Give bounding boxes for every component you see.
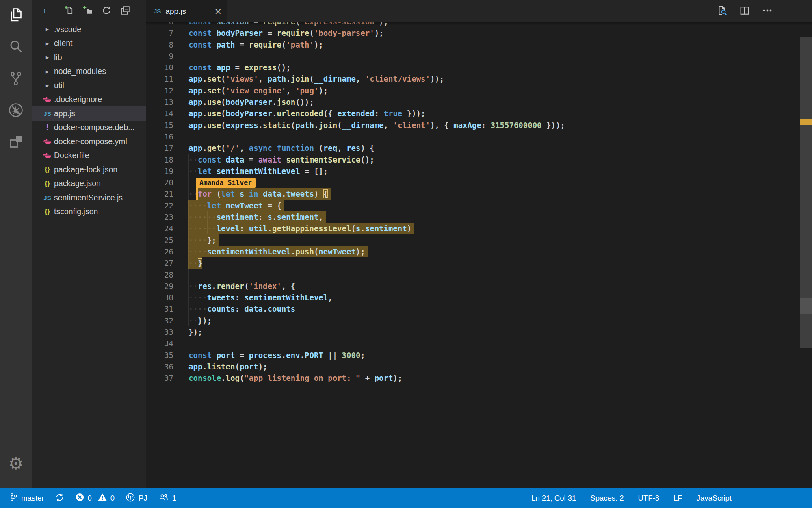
tree-item-package-json[interactable]: {}package.json — [32, 177, 146, 191]
code-token: s — [267, 213, 272, 221]
indent-guide — [198, 292, 198, 303]
tree-item-docker-compose-deb-[interactable]: !docker-compose.deb... — [32, 121, 146, 135]
sync-button[interactable] — [55, 493, 64, 504]
tree-item-util[interactable]: ▸util — [32, 78, 146, 93]
code-line-content[interactable]: const path = require('path'); — [188, 39, 800, 50]
git-branch-item[interactable]: master — [9, 493, 44, 504]
tree-item--dockerignore[interactable]: .dockerignore — [32, 93, 146, 107]
code-token: . — [286, 74, 290, 83]
code-line-content[interactable]: const bodyParser = require('body-parser'… — [188, 27, 800, 39]
code-token: app — [188, 74, 202, 83]
code-token: true — [384, 109, 403, 118]
code-line: 15app.use(express.static(path.join(__dir… — [146, 119, 800, 131]
problems-item[interactable]: 0 0 — [75, 493, 115, 504]
participants-item[interactable]: 1 — [158, 493, 176, 504]
code-line-content[interactable]: ····let newTweet = { — [188, 200, 800, 211]
code-line-content[interactable]: ··} — [188, 257, 800, 269]
code-token: ) — [314, 189, 323, 198]
code-line-content[interactable]: ······sentiment: s.sentiment, — [188, 211, 800, 223]
tree-item-tsconfig-json[interactable]: {}tsconfig.json — [32, 205, 146, 219]
tree-item-client[interactable]: ▸client — [32, 37, 146, 51]
split-editor-button[interactable] — [739, 5, 750, 18]
editor-top-shadow — [146, 22, 812, 25]
code-line-content[interactable]: }); — [188, 326, 800, 338]
tree-item-node-modules[interactable]: ▸node_modules — [32, 65, 146, 79]
eol-item[interactable]: LF — [673, 494, 682, 503]
encoding-item[interactable]: UTF-8 — [638, 494, 659, 503]
code-line-content[interactable]: app.set('views', path.join(__dirname, 'c… — [188, 73, 800, 85]
code-line-content[interactable]: ··for (let s in data.tweets) { — [188, 188, 800, 200]
code-token: json — [277, 98, 295, 106]
code-line-content[interactable]: app.set('view engine', 'pug'); — [188, 85, 800, 96]
tab-appjs[interactable]: JS app.js × — [146, 0, 227, 22]
code-token: ( — [240, 373, 244, 382]
code-line-content[interactable]: ··}); — [188, 315, 800, 326]
search-activity-button[interactable] — [0, 32, 32, 63]
code-line: 8const path = require('path'); — [146, 39, 800, 50]
code-token: getHappinessLevel — [272, 224, 351, 233]
extensions-icon — [8, 134, 24, 152]
code-line-content[interactable]: ··let sentimentWithLevel = []; — [188, 165, 800, 177]
code-token: res — [198, 282, 212, 291]
code-line-content[interactable] — [188, 177, 800, 188]
more-actions-button[interactable] — [762, 5, 773, 18]
manage-button[interactable]: ⚙ — [0, 448, 32, 480]
tree-item-docker-compose-yml[interactable]: docker-compose.yml — [32, 135, 146, 149]
code-line-content[interactable]: ··const data = await sentimentService(); — [188, 154, 800, 165]
code-token: = — [235, 351, 249, 360]
code-token — [212, 63, 216, 72]
code-token: const — [198, 155, 221, 164]
tree-item-package-lock-json[interactable]: {}package-lock.json — [32, 163, 146, 177]
code-line-content[interactable] — [188, 50, 800, 62]
tree-item-label: Dockerfile — [54, 151, 89, 160]
tree-item-lib[interactable]: ▸lib — [32, 50, 146, 65]
debug-activity-button[interactable] — [0, 95, 32, 127]
code-line-content[interactable]: ····tweets: sentimentWithLevel, — [188, 292, 800, 303]
code-token: ); — [318, 86, 328, 95]
indentation-item[interactable]: Spaces: 2 — [590, 494, 624, 503]
refresh-button[interactable] — [102, 6, 112, 16]
tree-item-dockerfile[interactable]: Dockerfile — [32, 149, 146, 163]
code-line-content[interactable]: ··res.render('index', { — [188, 280, 800, 292]
code-line: 17app.get('/', async function (req, res)… — [146, 142, 800, 154]
code-line-content[interactable]: const port = process.env.PORT || 3000; — [188, 350, 800, 361]
code-line-content[interactable] — [188, 338, 800, 349]
code-line-content[interactable]: app.use(bodyParser.json()); — [188, 96, 800, 108]
code-token: res — [346, 143, 360, 152]
code-line-content[interactable]: app.get('/', async function (req, res) { — [188, 142, 800, 154]
close-icon[interactable]: × — [214, 7, 222, 16]
code-token: port — [375, 373, 393, 382]
code-line-content[interactable]: app.use(express.static(path.join(__dirna… — [188, 119, 800, 131]
new-file-button[interactable] — [64, 6, 74, 16]
code-line-content[interactable] — [188, 269, 800, 280]
explorer-activity-button[interactable] — [0, 0, 32, 32]
tree-item-sentimentservice-js[interactable]: JSsentimentService.js — [32, 191, 146, 205]
code-token: tweets — [286, 189, 314, 198]
code-editor[interactable]: 6const session = require('express-sessio… — [146, 16, 800, 384]
open-preview-button[interactable] — [716, 4, 728, 18]
code-token: || — [323, 351, 342, 360]
tree-item-app-js[interactable]: JSapp.js — [32, 106, 146, 121]
code-line-content[interactable]: app.listen(port); — [188, 361, 800, 372]
source-control-activity-button[interactable] — [0, 63, 32, 95]
code-token: let — [221, 189, 235, 198]
language-mode-item[interactable]: JavaScript — [697, 494, 732, 503]
code-line-content[interactable]: ····sentimentWithLevel.push(newTweet); — [188, 246, 800, 257]
cursor-position-item[interactable]: Ln 21, Col 31 — [531, 494, 576, 503]
code-token: level — [217, 224, 240, 233]
code-line-content[interactable]: console.log("app listening on port: " + … — [188, 372, 800, 384]
new-folder-button[interactable] — [83, 6, 93, 16]
liveshare-session-item[interactable]: PJ — [126, 493, 147, 504]
code-token: for — [198, 189, 212, 198]
tree-item--vscode[interactable]: ▸.vscode — [32, 22, 146, 37]
collapse-all-button[interactable] — [120, 6, 130, 16]
code-line-content[interactable] — [188, 131, 800, 142]
code-line-content[interactable]: ····}; — [188, 234, 800, 246]
code-line-content[interactable]: const app = express(); — [188, 62, 800, 73]
code-line-content[interactable]: app.use(bodyParser.urlencoded({ extended… — [188, 108, 800, 119]
code-line-content[interactable]: ····counts: data.counts — [188, 303, 800, 315]
extensions-activity-button[interactable] — [0, 127, 32, 158]
code-token: ( — [314, 247, 318, 256]
code-line-content[interactable]: ······level: util.getHappinessLevel(s.se… — [188, 223, 800, 234]
code-token: express — [226, 121, 258, 130]
